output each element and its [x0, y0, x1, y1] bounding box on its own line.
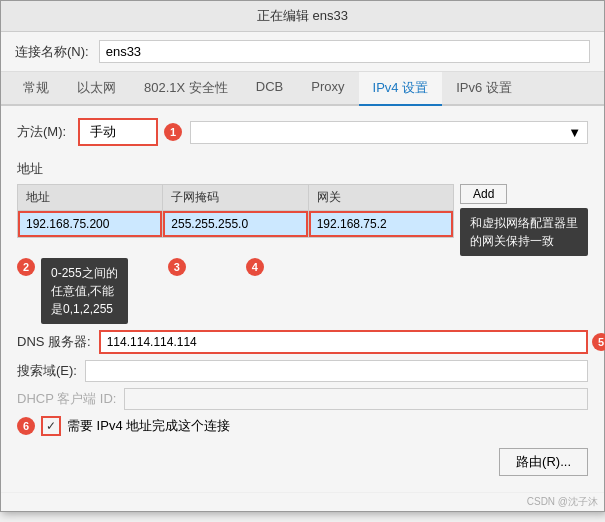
gateway-col-header: 网关	[309, 185, 453, 210]
address-cell	[18, 211, 163, 237]
title-bar: 正在编辑 ens33	[1, 1, 604, 32]
search-row: 搜索域(E):	[17, 360, 588, 382]
subnet-input[interactable]	[163, 211, 307, 237]
tab-ethernet[interactable]: 以太网	[63, 72, 130, 106]
tab-content: 方法(M): 手动 1 ▼ 地址 地址 子网掩码 网关	[1, 106, 604, 492]
address-header: 地址 子网掩码 网关	[18, 185, 453, 211]
route-button[interactable]: 路由(R)...	[499, 448, 588, 476]
connection-name-label: 连接名称(N):	[15, 43, 89, 61]
method-row: 方法(M): 手动 1 ▼	[17, 118, 588, 146]
checkbox-row: 6 ✓ 需要 IPv4 地址完成这个连接	[17, 416, 588, 436]
watermark: CSDN @沈子沐	[1, 492, 604, 511]
badge-4: 4	[246, 258, 264, 276]
method-label: 方法(M):	[17, 123, 66, 141]
tab-proxy[interactable]: Proxy	[297, 72, 358, 106]
search-label: 搜索域(E):	[17, 362, 77, 380]
method-value[interactable]: 手动	[78, 118, 158, 146]
connection-name-row: 连接名称(N):	[1, 32, 604, 72]
checkbox-ipv4-required[interactable]: ✓	[44, 419, 58, 433]
tabs-bar: 常规 以太网 802.1X 安全性 DCB Proxy IPv4 设置 IPv6…	[1, 72, 604, 106]
tooltip-right: 和虚拟网络配置器里的网关保持一致	[460, 208, 588, 256]
connection-name-input[interactable]	[99, 40, 590, 63]
badge-6: 6	[17, 417, 35, 435]
dns-row: DNS 服务器: 5	[17, 330, 588, 354]
tooltip-left-text: 0-255之间的任意值,不能是0,1,2,255	[51, 266, 118, 316]
dhcp-row: DHCP 客户端 ID:	[17, 388, 588, 410]
address-section: 地址 子网掩码 网关	[17, 184, 454, 238]
tab-ipv6[interactable]: IPv6 设置	[442, 72, 526, 106]
checkbox-label: 需要 IPv4 地址完成这个连接	[67, 417, 230, 435]
tab-dcb[interactable]: DCB	[242, 72, 297, 106]
badge-2: 2	[17, 258, 35, 276]
tab-8021x[interactable]: 802.1X 安全性	[130, 72, 242, 106]
badge-3: 3	[168, 258, 186, 276]
tab-general[interactable]: 常规	[9, 72, 63, 106]
main-window: 正在编辑 ens33 连接名称(N): 常规 以太网 802.1X 安全性 DC…	[0, 0, 605, 512]
checkbox-wrapper: ✓	[41, 416, 61, 436]
tooltip-left: 0-255之间的任意值,不能是0,1,2,255	[41, 258, 128, 324]
window-title: 正在编辑 ens33	[257, 8, 348, 23]
dhcp-label: DHCP 客户端 ID:	[17, 390, 116, 408]
address-table: 地址 子网掩码 网关	[17, 184, 454, 248]
tooltip-right-text: 和虚拟网络配置器里的网关保持一致	[470, 216, 578, 248]
dhcp-input[interactable]	[124, 388, 588, 410]
address-col-header: 地址	[18, 185, 163, 210]
search-input[interactable]	[85, 360, 588, 382]
gateway-input[interactable]	[309, 211, 453, 237]
tooltip-right-area: 和虚拟网络配置器里的网关保持一致	[460, 208, 588, 256]
add-button-area: Add 和虚拟网络配置器里的网关保持一致	[454, 184, 588, 256]
bottom-row: 路由(R)...	[17, 444, 588, 480]
address-data-row	[18, 211, 453, 237]
subnet-col-header: 子网掩码	[163, 185, 308, 210]
badge-5: 5	[592, 333, 605, 351]
method-dropdown[interactable]: ▼	[190, 121, 588, 144]
subnet-cell	[163, 211, 308, 237]
annotation-row: 2 0-255之间的任意值,不能是0,1,2,255 3 4	[17, 258, 588, 324]
add-button[interactable]: Add	[460, 184, 507, 204]
checkmark-icon: ✓	[46, 419, 56, 433]
badge34-area: 3 4	[168, 258, 264, 276]
method-select-container: 手动 1 ▼	[78, 118, 588, 146]
address-table-container: 地址 子网掩码 网关	[17, 184, 588, 256]
dns-label: DNS 服务器:	[17, 333, 91, 351]
dns-input-container: 5	[99, 330, 588, 354]
address-section-title: 地址	[17, 160, 588, 178]
address-input[interactable]	[18, 211, 162, 237]
badge-1: 1	[164, 123, 182, 141]
badge2-area: 2 0-255之间的任意值,不能是0,1,2,255	[17, 258, 128, 324]
tab-ipv4[interactable]: IPv4 设置	[359, 72, 443, 106]
dropdown-arrow-icon: ▼	[568, 125, 581, 140]
dns-input[interactable]	[99, 330, 588, 354]
gateway-cell	[309, 211, 453, 237]
